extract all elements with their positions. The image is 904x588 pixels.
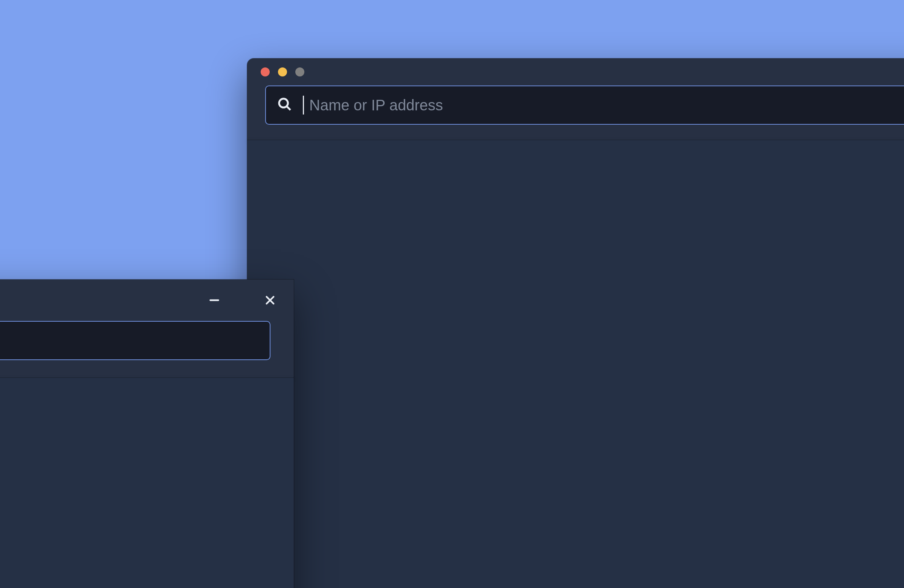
mac-search-row — [247, 85, 904, 140]
search-field[interactable] — [0, 321, 270, 360]
search-field[interactable] — [265, 85, 904, 125]
minimize-icon[interactable] — [278, 68, 287, 76]
mac-body — [247, 140, 904, 588]
search-icon — [277, 97, 292, 113]
search-input[interactable] — [0, 322, 258, 359]
close-icon[interactable] — [263, 293, 277, 307]
search-input[interactable] — [308, 86, 904, 124]
minimize-icon[interactable] — [207, 293, 221, 307]
win-search-row — [0, 321, 294, 378]
win-titlebar[interactable] — [0, 280, 294, 321]
win-window — [0, 280, 294, 588]
win-body — [0, 378, 294, 588]
svg-line-1 — [287, 106, 291, 110]
svg-point-0 — [279, 99, 288, 107]
mac-titlebar[interactable] — [247, 58, 904, 85]
mac-window — [247, 58, 904, 588]
maximize-icon[interactable] — [295, 68, 304, 76]
text-cursor — [303, 96, 304, 114]
close-icon[interactable] — [261, 68, 270, 76]
